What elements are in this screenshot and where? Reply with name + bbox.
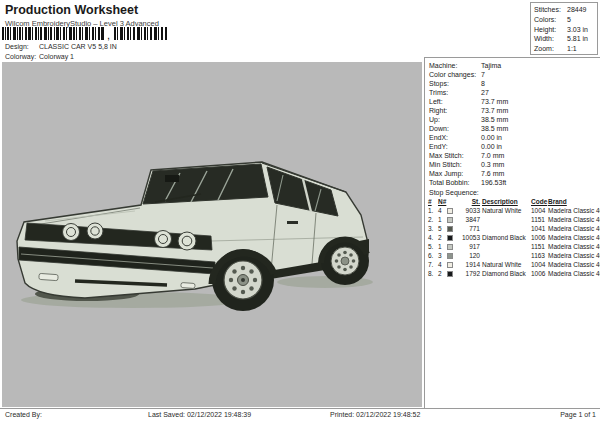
table-row: 2.1 3847 1151Madeira Classic 40 — [428, 215, 600, 224]
svg-text:,: , — [107, 29, 110, 41]
table-row: 1.4 9033Natural White 1004Madeira Classi… — [428, 206, 600, 215]
design-value: CLASSIC CAR V5 5,8 IN — [39, 43, 117, 50]
info-row-up: Up:38.5 mm — [429, 115, 600, 124]
thread-swatch — [447, 253, 453, 259]
info-row-left: Left:73.7 mm — [429, 97, 600, 106]
info-row-min-stitch: Min Stitch:0.3 mm — [429, 160, 600, 169]
stat-width: Width:5.81 in — [534, 34, 597, 44]
info-row-stops: Stops:8 — [429, 79, 600, 88]
stop-sequence-title: Stop Sequence: — [429, 189, 600, 196]
page-number: Page 1 of 1 — [560, 411, 596, 418]
stop-sequence-header: # N# St. Description Code Brand — [428, 197, 600, 206]
thread-swatch — [447, 226, 453, 232]
info-panel: Machine:Tajima Color changes:7 Stops:8 T… — [424, 57, 600, 408]
info-row-right: Right:73.7 mm — [429, 106, 600, 115]
table-row: 5.1 917 1151Madeira Classic 40 — [428, 242, 600, 251]
thread-swatch — [447, 271, 453, 277]
info-row-down: Down:38.5 mm — [429, 124, 600, 133]
thread-swatch — [447, 262, 453, 268]
info-row-max-jump: Max Jump:7.6 mm — [429, 169, 600, 178]
table-row: 4.2 10053Diamond Black 1006Madeira Class… — [428, 233, 600, 242]
info-row-endy: EndY:0.00 in — [429, 142, 600, 151]
design-stats-box: Stitches:28449 Colors:5 Height:3.03 in W… — [530, 2, 598, 55]
thread-swatch — [447, 208, 453, 214]
info-row-endx: EndX:0.00 in — [429, 133, 600, 142]
stat-colors: Colors:5 — [534, 15, 597, 25]
info-row-total-bobbin: Total Bobbin:196.53ft — [429, 178, 600, 187]
colorway-value: Colorway 1 — [39, 53, 74, 60]
created-by-label: Created By: — [5, 411, 42, 418]
stat-height: Height:3.03 in — [534, 25, 597, 35]
info-row-max-stitch: Max Stitch:7.0 mm — [429, 151, 600, 160]
design-canvas — [2, 62, 422, 407]
table-row: 7.4 1914Natural White 1004Madeira Classi… — [428, 260, 600, 269]
table-row: 6.3 120 1163Madeira Classic 40 — [428, 251, 600, 260]
machine-info-list: Machine:Tajima Color changes:7 Stops:8 T… — [425, 58, 600, 187]
printed-text: Printed: 02/12/2022 19:48:52 — [330, 411, 420, 418]
colorway-label: Colorway: — [5, 53, 39, 60]
barcode: , — [2, 27, 168, 41]
colorway-row: Colorway:Colorway 1 — [5, 53, 74, 60]
table-row: 3.5 771 1041Madeira Classic 40 — [428, 224, 600, 233]
last-saved-text: Last Saved: 02/12/2022 19:48:39 — [148, 411, 251, 418]
footer-divider — [0, 408, 600, 409]
design-row: Design:CLASSIC CAR V5 5,8 IN — [5, 43, 117, 50]
design-label: Design: — [5, 43, 39, 50]
table-row: 8.2 1792Diamond Black 1006Madeira Classi… — [428, 269, 600, 278]
page-title: Production Worksheet — [5, 3, 138, 17]
thread-swatch — [447, 244, 453, 250]
stop-sequence-table: # N# St. Description Code Brand 1.4 9033… — [425, 197, 600, 278]
classic-car-embroidery — [15, 161, 373, 313]
thread-swatch — [447, 235, 453, 241]
info-row-machine: Machine:Tajima — [429, 61, 600, 70]
stat-zoom: Zoom:1:1 — [534, 44, 597, 54]
info-row-color-changes: Color changes:7 — [429, 70, 600, 79]
stat-stitches: Stitches:28449 — [534, 5, 597, 15]
info-row-trims: Trims:27 — [429, 88, 600, 97]
thread-swatch — [447, 217, 453, 223]
production-worksheet-page: Production Worksheet Wilcom EmbroiderySt… — [0, 0, 600, 424]
